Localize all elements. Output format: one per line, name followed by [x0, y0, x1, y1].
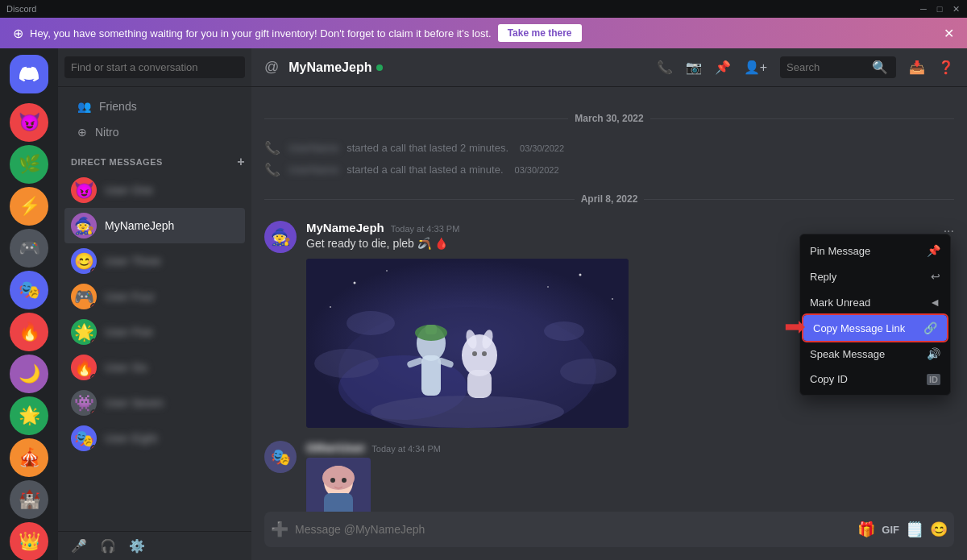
svg-point-28	[322, 466, 355, 490]
nitro-nav-item[interactable]: ⊕ Nitro	[64, 119, 245, 145]
msg-header-2: OtherUser Today at 4:34 PM	[306, 441, 954, 454]
help-icon[interactable]: ❓	[938, 60, 954, 75]
phone-call-icon-2: 📞	[264, 162, 280, 177]
chat-username: MyNameJeph	[288, 60, 371, 75]
date-1-label: March 30, 2022	[575, 113, 643, 124]
gif-icon[interactable]: GIF	[882, 524, 899, 536]
server-icon-8[interactable]: 🌟	[10, 396, 48, 435]
svg-rect-29	[324, 493, 353, 512]
close-button[interactable]: ✕	[951, 4, 961, 14]
header-search-input[interactable]	[786, 61, 867, 73]
msg-image-1	[306, 259, 629, 428]
dm-name-6: User Six	[105, 361, 147, 374]
dm-item-4[interactable]: 🎮 User Four	[64, 279, 245, 314]
mic-icon[interactable]: 🎤	[71, 538, 87, 554]
system-text-2: started a call that lasted a minute.	[347, 164, 503, 176]
context-speak-message[interactable]: Speak Message 🔊	[800, 341, 950, 367]
system-text-1: started a call that lasted 2 minutes.	[347, 142, 508, 154]
dm-item-3[interactable]: 😊 User Three	[64, 243, 245, 279]
msg-content-2: OtherUser Today at 4:34 PM	[306, 441, 954, 512]
context-pin-message[interactable]: Pin Message 📌	[800, 238, 950, 263]
svg-rect-9	[425, 325, 437, 334]
dm-item-6[interactable]: 🔥 User Six	[64, 350, 245, 385]
channel-at-icon: @	[264, 59, 279, 76]
chat-header: @ MyNameJeph 📞 📷 📌 👤+ 🔍 📥 ❓	[251, 48, 967, 87]
headphone-icon[interactable]: 🎧	[100, 538, 116, 554]
date-separator-2: April 8, 2022	[251, 193, 967, 205]
settings-icon[interactable]: ⚙️	[129, 538, 145, 554]
system-date-1: 03/30/2022	[520, 143, 564, 153]
svg-point-18	[314, 349, 379, 378]
phone-icon[interactable]: 📞	[657, 60, 673, 75]
server-icon-4[interactable]: 🎮	[10, 229, 48, 268]
msg-author-1: MyNameJeph	[306, 221, 384, 234]
dm-avatar-7: 👾	[71, 390, 97, 416]
context-copy-message-link[interactable]: Copy Message Link 🔗	[803, 315, 947, 341]
dm-search-bar	[58, 48, 251, 87]
context-copy-id[interactable]: Copy ID ID	[800, 367, 950, 392]
svg-point-30	[330, 478, 335, 483]
svg-point-21	[579, 273, 582, 276]
dm-avatar-8: 🎭	[71, 425, 97, 451]
message-row-2: 🎭 OtherUser Today at 4:34 PM	[251, 438, 967, 512]
chat-input[interactable]	[295, 515, 851, 544]
friends-nav-item[interactable]: 👥 Friends	[64, 93, 245, 119]
gift-icon[interactable]: 🎁	[857, 521, 875, 538]
banner-text: Hey, you have something waiting for you …	[30, 27, 492, 39]
dm-avatar-3: 😊	[71, 248, 97, 274]
dm-item-7[interactable]: 👾 User Seven	[64, 385, 245, 421]
take-me-there-button[interactable]: Take me there	[498, 24, 582, 42]
titlebar-title: Discord	[6, 4, 36, 14]
restore-button[interactable]: □	[935, 4, 944, 14]
msg-avatar-2: 🎭	[264, 441, 297, 473]
header-search-icon: 🔍	[872, 60, 888, 75]
video-icon[interactable]: 📷	[686, 60, 702, 75]
pin-icon[interactable]: 📌	[715, 60, 731, 75]
system-msg-1: 📞 UserName started a call that lasted 2 …	[251, 137, 967, 159]
arrow-indicator: ➡	[784, 311, 806, 342]
add-member-icon[interactable]: 👤+	[744, 60, 767, 75]
server-icon-11[interactable]: 👑	[10, 522, 48, 560]
server-icon-1[interactable]: 😈	[10, 103, 48, 142]
dm-item-8[interactable]: 🎭 User Eight	[64, 421, 245, 456]
banner-close-button[interactable]: ✕	[944, 26, 954, 41]
msg-author-2: OtherUser	[306, 441, 365, 454]
add-attachment-icon[interactable]: ➕	[271, 521, 288, 538]
emoji-icon[interactable]: 😊	[930, 521, 948, 538]
banner-content: ⊕ Hey, you have something waiting for yo…	[13, 24, 582, 42]
chat-header-name: MyNameJeph	[288, 60, 383, 75]
date-2-label: April 8, 2022	[581, 193, 638, 205]
sidebar-bottom-bar: 🎤 🎧 ⚙️	[58, 531, 251, 560]
sticker-icon[interactable]: 🗒️	[906, 521, 923, 538]
server-icon-5[interactable]: 🎭	[10, 271, 48, 309]
svg-point-22	[330, 306, 331, 308]
dm-name-8: User Eight	[105, 432, 157, 445]
svg-point-14	[472, 351, 477, 356]
online-status-dot	[376, 64, 383, 71]
context-mark-unread[interactable]: Mark Unread ◄	[800, 289, 950, 315]
server-icon-3[interactable]: ⚡	[10, 187, 48, 226]
search-input[interactable]	[64, 56, 245, 78]
chat-input-box: ➕ 🎁 GIF 🗒️ 😊	[264, 512, 954, 547]
server-icon-9[interactable]: 🎪	[10, 438, 48, 477]
svg-point-19	[560, 359, 616, 384]
minimize-button[interactable]: ─	[919, 4, 928, 14]
dm-avatar-4: 🎮	[71, 284, 97, 309]
svg-point-24	[386, 270, 388, 272]
system-user-2: UserName	[288, 164, 338, 176]
svg-point-23	[612, 298, 613, 300]
server-icon-discord[interactable]	[10, 55, 48, 93]
titlebar: Discord ─ □ ✕	[0, 0, 967, 18]
dm-section-header: DIRECT MESSAGES +	[58, 151, 251, 172]
server-icon-10[interactable]: 🏰	[10, 480, 48, 519]
server-icon-2[interactable]: 🌿	[10, 145, 48, 184]
dm-item-mynamejenh[interactable]: 🧙 MyNameJeph	[64, 208, 245, 243]
inbox-icon[interactable]: 📥	[909, 60, 925, 75]
server-icon-6[interactable]: 🔥	[10, 313, 48, 351]
dm-name-5: User Five	[105, 326, 153, 338]
server-icon-7[interactable]: 🌙	[10, 355, 48, 393]
add-dm-button[interactable]: +	[237, 155, 245, 169]
dm-item-5[interactable]: 🌟 User Five	[64, 314, 245, 350]
context-reply[interactable]: Reply ↩	[800, 263, 950, 289]
dm-item-1[interactable]: 😈 User One	[64, 172, 245, 208]
